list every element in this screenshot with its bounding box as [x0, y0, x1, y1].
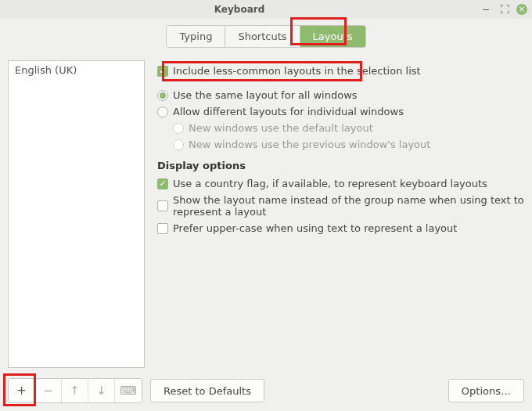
same-layout-label: Use the same layout for all windows [173, 89, 358, 101]
display-options-header: Display options [157, 160, 524, 171]
tab-layouts[interactable]: Layouts [300, 26, 365, 47]
allow-diff-row[interactable]: Allow different layouts for individual w… [157, 106, 524, 117]
main-area: English (UK) ✓ Include less-common layou… [0, 52, 532, 368]
new-win-previous-label: New windows use the previous window's la… [189, 139, 430, 150]
plus-icon: + [16, 384, 27, 398]
layout-name-label: Show the layout name instead of the grou… [173, 194, 524, 218]
country-flag-row[interactable]: ✓ Use a country flag, if available, to r… [157, 178, 524, 189]
new-win-default-label: New windows use the default layout [189, 122, 373, 134]
same-layout-row[interactable]: Use the same layout for all windows [157, 89, 524, 101]
list-item[interactable]: English (UK) [9, 61, 144, 79]
move-up-button[interactable]: ↑ [62, 379, 88, 402]
keyboard-preview-button[interactable]: ⌨ [115, 379, 142, 402]
layout-name-row[interactable]: Show the layout name instead of the grou… [157, 194, 524, 218]
minimize-icon[interactable]: − [479, 2, 493, 16]
tab-typing[interactable]: Typing [167, 26, 225, 47]
radio-icon[interactable] [157, 106, 168, 117]
bottom-bar: + − ↑ ↓ ⌨ Reset to Defaults Options… [0, 370, 532, 411]
tab-strip: Typing Shortcuts Layouts [166, 25, 365, 48]
move-down-button[interactable]: ↓ [88, 379, 115, 402]
tab-bar: Typing Shortcuts Layouts [0, 19, 532, 52]
radio-icon[interactable] [157, 90, 168, 101]
layout-toolbar: + − ↑ ↓ ⌨ [8, 378, 142, 403]
prefer-upper-row[interactable]: Prefer upper-case when using text to rep… [157, 222, 524, 234]
allow-diff-label: Allow different layouts for individual w… [173, 106, 404, 117]
reset-defaults-button[interactable]: Reset to Defaults [150, 379, 264, 402]
radio-icon [173, 139, 184, 150]
include-less-common-row[interactable]: ✓ Include less-common layouts in the sel… [157, 65, 524, 77]
include-less-common-label: Include less-common layouts in the selec… [173, 65, 421, 77]
options-button[interactable]: Options… [448, 379, 524, 402]
sidebar: English (UK) [8, 60, 145, 368]
layout-list[interactable]: English (UK) [8, 60, 145, 368]
country-flag-label: Use a country flag, if available, to rep… [173, 178, 487, 189]
new-win-previous-row: New windows use the previous window's la… [173, 139, 524, 150]
checkbox-icon[interactable] [157, 200, 168, 211]
keyboard-icon: ⌨ [120, 384, 137, 398]
window-title: Keyboard [5, 4, 474, 15]
checkbox-icon[interactable]: ✓ [157, 66, 168, 77]
close-icon[interactable]: × [516, 4, 527, 15]
minus-icon: − [43, 384, 53, 398]
checkbox-icon[interactable]: ✓ [157, 178, 168, 189]
remove-layout-button[interactable]: − [35, 379, 62, 402]
arrow-up-icon: ↑ [70, 384, 80, 398]
titlebar: Keyboard − ⛶ × [0, 0, 532, 19]
tab-shortcuts[interactable]: Shortcuts [225, 26, 300, 47]
radio-icon [173, 123, 184, 134]
content: ✓ Include less-common layouts in the sel… [145, 60, 524, 368]
maximize-icon[interactable]: ⛶ [498, 2, 512, 16]
add-layout-button[interactable]: + [9, 379, 35, 402]
checkbox-icon[interactable] [157, 223, 168, 234]
prefer-upper-label: Prefer upper-case when using text to rep… [173, 222, 457, 234]
new-win-default-row: New windows use the default layout [173, 122, 524, 134]
arrow-down-icon: ↓ [96, 384, 106, 398]
